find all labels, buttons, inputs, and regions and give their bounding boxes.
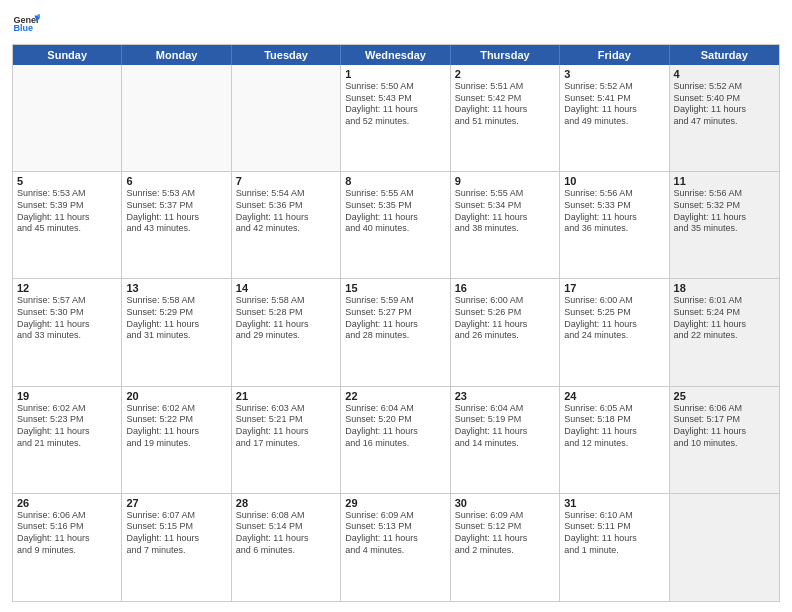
day-cell: 22Sunrise: 6:04 AM Sunset: 5:20 PM Dayli… (341, 387, 450, 493)
day-header-monday: Monday (122, 45, 231, 65)
day-cell: 27Sunrise: 6:07 AM Sunset: 5:15 PM Dayli… (122, 494, 231, 601)
day-number: 17 (564, 282, 664, 294)
day-info: Sunrise: 6:00 AM Sunset: 5:25 PM Dayligh… (564, 295, 664, 342)
day-info: Sunrise: 6:06 AM Sunset: 5:16 PM Dayligh… (17, 510, 117, 557)
day-info: Sunrise: 5:55 AM Sunset: 5:35 PM Dayligh… (345, 188, 445, 235)
day-number: 19 (17, 390, 117, 402)
day-info: Sunrise: 5:59 AM Sunset: 5:27 PM Dayligh… (345, 295, 445, 342)
day-header-sunday: Sunday (13, 45, 122, 65)
day-number: 29 (345, 497, 445, 509)
day-cell: 23Sunrise: 6:04 AM Sunset: 5:19 PM Dayli… (451, 387, 560, 493)
day-number: 7 (236, 175, 336, 187)
day-cell: 13Sunrise: 5:58 AM Sunset: 5:29 PM Dayli… (122, 279, 231, 385)
day-number: 6 (126, 175, 226, 187)
day-number: 21 (236, 390, 336, 402)
day-cell (670, 494, 779, 601)
day-number: 12 (17, 282, 117, 294)
day-info: Sunrise: 5:58 AM Sunset: 5:29 PM Dayligh… (126, 295, 226, 342)
day-info: Sunrise: 5:55 AM Sunset: 5:34 PM Dayligh… (455, 188, 555, 235)
day-info: Sunrise: 6:04 AM Sunset: 5:19 PM Dayligh… (455, 403, 555, 450)
day-number: 18 (674, 282, 775, 294)
day-cell: 17Sunrise: 6:00 AM Sunset: 5:25 PM Dayli… (560, 279, 669, 385)
day-header-friday: Friday (560, 45, 669, 65)
day-cell: 4Sunrise: 5:52 AM Sunset: 5:40 PM Daylig… (670, 65, 779, 171)
day-cell: 28Sunrise: 6:08 AM Sunset: 5:14 PM Dayli… (232, 494, 341, 601)
day-number: 31 (564, 497, 664, 509)
day-cell: 24Sunrise: 6:05 AM Sunset: 5:18 PM Dayli… (560, 387, 669, 493)
day-info: Sunrise: 6:08 AM Sunset: 5:14 PM Dayligh… (236, 510, 336, 557)
logo-icon: General Blue (12, 10, 40, 38)
day-cell: 19Sunrise: 6:02 AM Sunset: 5:23 PM Dayli… (13, 387, 122, 493)
day-header-tuesday: Tuesday (232, 45, 341, 65)
day-cell: 15Sunrise: 5:59 AM Sunset: 5:27 PM Dayli… (341, 279, 450, 385)
day-number: 15 (345, 282, 445, 294)
day-info: Sunrise: 5:53 AM Sunset: 5:39 PM Dayligh… (17, 188, 117, 235)
header: General Blue (12, 10, 780, 38)
day-cell: 14Sunrise: 5:58 AM Sunset: 5:28 PM Dayli… (232, 279, 341, 385)
day-cell: 20Sunrise: 6:02 AM Sunset: 5:22 PM Dayli… (122, 387, 231, 493)
day-cell (122, 65, 231, 171)
day-cell: 26Sunrise: 6:06 AM Sunset: 5:16 PM Dayli… (13, 494, 122, 601)
day-cell: 1Sunrise: 5:50 AM Sunset: 5:43 PM Daylig… (341, 65, 450, 171)
day-cell: 29Sunrise: 6:09 AM Sunset: 5:13 PM Dayli… (341, 494, 450, 601)
day-info: Sunrise: 6:09 AM Sunset: 5:13 PM Dayligh… (345, 510, 445, 557)
day-info: Sunrise: 5:57 AM Sunset: 5:30 PM Dayligh… (17, 295, 117, 342)
day-info: Sunrise: 6:02 AM Sunset: 5:23 PM Dayligh… (17, 403, 117, 450)
day-number: 22 (345, 390, 445, 402)
day-number: 25 (674, 390, 775, 402)
svg-text:Blue: Blue (13, 23, 33, 33)
day-number: 11 (674, 175, 775, 187)
day-info: Sunrise: 5:56 AM Sunset: 5:33 PM Dayligh… (564, 188, 664, 235)
day-info: Sunrise: 5:53 AM Sunset: 5:37 PM Dayligh… (126, 188, 226, 235)
day-info: Sunrise: 6:02 AM Sunset: 5:22 PM Dayligh… (126, 403, 226, 450)
day-number: 30 (455, 497, 555, 509)
day-info: Sunrise: 5:51 AM Sunset: 5:42 PM Dayligh… (455, 81, 555, 128)
day-number: 8 (345, 175, 445, 187)
day-info: Sunrise: 6:01 AM Sunset: 5:24 PM Dayligh… (674, 295, 775, 342)
day-cell: 25Sunrise: 6:06 AM Sunset: 5:17 PM Dayli… (670, 387, 779, 493)
day-cell (13, 65, 122, 171)
day-number: 26 (17, 497, 117, 509)
day-number: 1 (345, 68, 445, 80)
day-number: 13 (126, 282, 226, 294)
day-number: 16 (455, 282, 555, 294)
day-info: Sunrise: 6:09 AM Sunset: 5:12 PM Dayligh… (455, 510, 555, 557)
day-number: 24 (564, 390, 664, 402)
day-info: Sunrise: 5:52 AM Sunset: 5:40 PM Dayligh… (674, 81, 775, 128)
day-number: 14 (236, 282, 336, 294)
day-cell: 7Sunrise: 5:54 AM Sunset: 5:36 PM Daylig… (232, 172, 341, 278)
day-cell: 16Sunrise: 6:00 AM Sunset: 5:26 PM Dayli… (451, 279, 560, 385)
day-number: 23 (455, 390, 555, 402)
day-cell (232, 65, 341, 171)
day-number: 4 (674, 68, 775, 80)
day-number: 10 (564, 175, 664, 187)
logo: General Blue (12, 10, 40, 38)
day-info: Sunrise: 6:04 AM Sunset: 5:20 PM Dayligh… (345, 403, 445, 450)
day-cell: 21Sunrise: 6:03 AM Sunset: 5:21 PM Dayli… (232, 387, 341, 493)
day-info: Sunrise: 5:56 AM Sunset: 5:32 PM Dayligh… (674, 188, 775, 235)
day-cell: 12Sunrise: 5:57 AM Sunset: 5:30 PM Dayli… (13, 279, 122, 385)
day-cell: 6Sunrise: 5:53 AM Sunset: 5:37 PM Daylig… (122, 172, 231, 278)
calendar: SundayMondayTuesdayWednesdayThursdayFrid… (12, 44, 780, 602)
calendar-body: 1Sunrise: 5:50 AM Sunset: 5:43 PM Daylig… (13, 65, 779, 601)
day-number: 2 (455, 68, 555, 80)
day-number: 28 (236, 497, 336, 509)
day-info: Sunrise: 5:54 AM Sunset: 5:36 PM Dayligh… (236, 188, 336, 235)
day-header-saturday: Saturday (670, 45, 779, 65)
day-cell: 31Sunrise: 6:10 AM Sunset: 5:11 PM Dayli… (560, 494, 669, 601)
day-info: Sunrise: 6:06 AM Sunset: 5:17 PM Dayligh… (674, 403, 775, 450)
day-info: Sunrise: 6:07 AM Sunset: 5:15 PM Dayligh… (126, 510, 226, 557)
week-row-1: 1Sunrise: 5:50 AM Sunset: 5:43 PM Daylig… (13, 65, 779, 172)
day-cell: 10Sunrise: 5:56 AM Sunset: 5:33 PM Dayli… (560, 172, 669, 278)
day-headers: SundayMondayTuesdayWednesdayThursdayFrid… (13, 45, 779, 65)
day-number: 5 (17, 175, 117, 187)
day-cell: 30Sunrise: 6:09 AM Sunset: 5:12 PM Dayli… (451, 494, 560, 601)
day-info: Sunrise: 6:03 AM Sunset: 5:21 PM Dayligh… (236, 403, 336, 450)
day-number: 27 (126, 497, 226, 509)
day-cell: 2Sunrise: 5:51 AM Sunset: 5:42 PM Daylig… (451, 65, 560, 171)
day-cell: 5Sunrise: 5:53 AM Sunset: 5:39 PM Daylig… (13, 172, 122, 278)
day-info: Sunrise: 6:05 AM Sunset: 5:18 PM Dayligh… (564, 403, 664, 450)
day-info: Sunrise: 6:00 AM Sunset: 5:26 PM Dayligh… (455, 295, 555, 342)
day-cell: 18Sunrise: 6:01 AM Sunset: 5:24 PM Dayli… (670, 279, 779, 385)
day-number: 3 (564, 68, 664, 80)
